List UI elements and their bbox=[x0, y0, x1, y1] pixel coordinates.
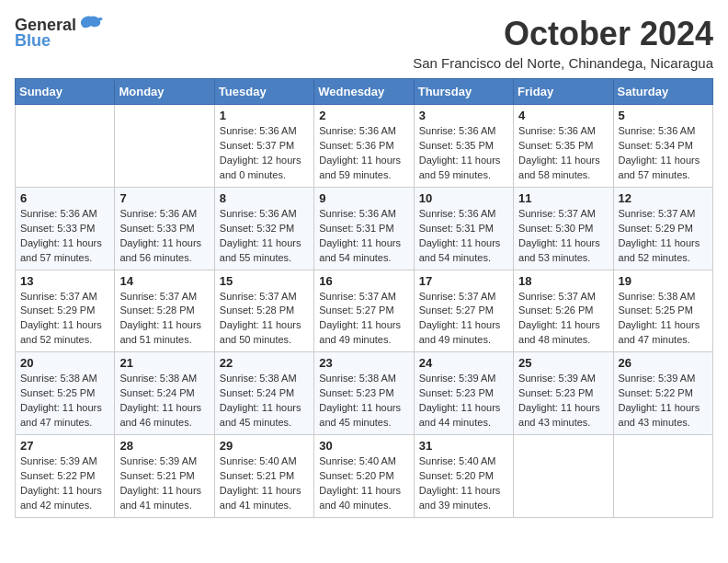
day-number: 26 bbox=[619, 356, 708, 370]
calendar-cell: 13Sunrise: 5:37 AM Sunset: 5:29 PM Dayli… bbox=[16, 270, 115, 352]
day-header-sunday: Sunday bbox=[16, 79, 115, 105]
calendar-week-5: 27Sunrise: 5:39 AM Sunset: 5:22 PM Dayli… bbox=[16, 435, 713, 518]
calendar-cell: 20Sunrise: 5:38 AM Sunset: 5:25 PM Dayli… bbox=[16, 352, 115, 435]
day-number: 22 bbox=[220, 356, 309, 370]
day-number: 6 bbox=[20, 191, 109, 205]
logo-blue-text: Blue bbox=[15, 31, 51, 51]
day-info: Sunrise: 5:36 AM Sunset: 5:33 PM Dayligh… bbox=[119, 207, 209, 266]
day-number: 10 bbox=[419, 191, 508, 205]
day-number: 4 bbox=[518, 109, 608, 122]
calendar-cell: 6Sunrise: 5:36 AM Sunset: 5:33 PM Daylig… bbox=[16, 187, 115, 270]
day-info: Sunrise: 5:36 AM Sunset: 5:32 PM Dayligh… bbox=[220, 207, 309, 266]
day-info: Sunrise: 5:38 AM Sunset: 5:24 PM Dayligh… bbox=[220, 372, 309, 431]
day-info: Sunrise: 5:38 AM Sunset: 5:23 PM Dayligh… bbox=[319, 372, 408, 431]
calendar-cell: 23Sunrise: 5:38 AM Sunset: 5:23 PM Dayli… bbox=[314, 352, 414, 435]
calendar-cell: 14Sunrise: 5:37 AM Sunset: 5:28 PM Dayli… bbox=[115, 270, 214, 352]
day-header-friday: Friday bbox=[514, 79, 613, 105]
calendar-cell: 16Sunrise: 5:37 AM Sunset: 5:27 PM Dayli… bbox=[314, 270, 414, 352]
calendar-week-2: 6Sunrise: 5:36 AM Sunset: 5:33 PM Daylig… bbox=[16, 187, 713, 270]
calendar-cell: 22Sunrise: 5:38 AM Sunset: 5:24 PM Dayli… bbox=[214, 352, 313, 435]
day-number: 29 bbox=[220, 439, 309, 453]
day-number: 19 bbox=[619, 274, 708, 288]
day-number: 7 bbox=[119, 191, 209, 205]
day-info: Sunrise: 5:40 AM Sunset: 5:20 PM Dayligh… bbox=[419, 454, 508, 513]
day-info: Sunrise: 5:36 AM Sunset: 5:35 PM Dayligh… bbox=[419, 124, 508, 183]
calendar-cell: 11Sunrise: 5:37 AM Sunset: 5:30 PM Dayli… bbox=[514, 187, 613, 270]
day-number: 18 bbox=[518, 274, 608, 288]
calendar-table: SundayMondayTuesdayWednesdayThursdayFrid… bbox=[15, 78, 713, 518]
day-number: 13 bbox=[20, 274, 109, 288]
calendar-week-3: 13Sunrise: 5:37 AM Sunset: 5:29 PM Dayli… bbox=[16, 270, 713, 352]
calendar-cell bbox=[613, 435, 712, 518]
calendar-cell: 27Sunrise: 5:39 AM Sunset: 5:22 PM Dayli… bbox=[16, 435, 115, 518]
day-info: Sunrise: 5:36 AM Sunset: 5:35 PM Dayligh… bbox=[518, 124, 608, 183]
day-header-tuesday: Tuesday bbox=[214, 79, 313, 105]
day-info: Sunrise: 5:39 AM Sunset: 5:21 PM Dayligh… bbox=[119, 454, 209, 513]
month-title: October 2024 bbox=[413, 15, 713, 53]
day-number: 1 bbox=[220, 109, 309, 122]
day-info: Sunrise: 5:36 AM Sunset: 5:36 PM Dayligh… bbox=[319, 124, 408, 183]
day-info: Sunrise: 5:39 AM Sunset: 5:22 PM Dayligh… bbox=[20, 454, 109, 513]
day-number: 16 bbox=[319, 274, 408, 288]
day-number: 5 bbox=[619, 109, 708, 122]
logo: General Blue bbox=[15, 15, 104, 51]
calendar-cell: 29Sunrise: 5:40 AM Sunset: 5:21 PM Dayli… bbox=[214, 435, 313, 518]
calendar-cell: 10Sunrise: 5:36 AM Sunset: 5:31 PM Dayli… bbox=[414, 187, 513, 270]
calendar-cell: 17Sunrise: 5:37 AM Sunset: 5:27 PM Dayli… bbox=[414, 270, 513, 352]
day-info: Sunrise: 5:38 AM Sunset: 5:24 PM Dayligh… bbox=[119, 372, 209, 431]
day-number: 28 bbox=[119, 439, 209, 453]
calendar-cell: 28Sunrise: 5:39 AM Sunset: 5:21 PM Dayli… bbox=[115, 435, 214, 518]
day-number: 14 bbox=[119, 274, 209, 288]
calendar-cell: 7Sunrise: 5:36 AM Sunset: 5:33 PM Daylig… bbox=[115, 187, 214, 270]
calendar-cell: 3Sunrise: 5:36 AM Sunset: 5:35 PM Daylig… bbox=[414, 105, 513, 188]
day-header-saturday: Saturday bbox=[613, 79, 712, 105]
day-info: Sunrise: 5:37 AM Sunset: 5:28 PM Dayligh… bbox=[220, 290, 309, 349]
calendar-cell bbox=[16, 105, 115, 188]
location-subtitle: San Francisco del Norte, Chinandega, Nic… bbox=[413, 55, 713, 71]
title-section: October 2024 San Francisco del Norte, Ch… bbox=[413, 15, 713, 71]
calendar-week-1: 1Sunrise: 5:36 AM Sunset: 5:37 PM Daylig… bbox=[16, 105, 713, 188]
calendar-cell: 25Sunrise: 5:39 AM Sunset: 5:23 PM Dayli… bbox=[514, 352, 613, 435]
day-number: 31 bbox=[419, 439, 508, 453]
day-number: 20 bbox=[20, 356, 109, 370]
day-header-wednesday: Wednesday bbox=[314, 79, 414, 105]
calendar-cell bbox=[115, 105, 214, 188]
calendar-cell: 31Sunrise: 5:40 AM Sunset: 5:20 PM Dayli… bbox=[414, 435, 513, 518]
calendar-cell: 18Sunrise: 5:37 AM Sunset: 5:26 PM Dayli… bbox=[514, 270, 613, 352]
day-info: Sunrise: 5:37 AM Sunset: 5:27 PM Dayligh… bbox=[319, 290, 408, 349]
calendar-cell: 26Sunrise: 5:39 AM Sunset: 5:22 PM Dayli… bbox=[613, 352, 712, 435]
day-number: 25 bbox=[518, 356, 608, 370]
day-info: Sunrise: 5:40 AM Sunset: 5:20 PM Dayligh… bbox=[319, 454, 408, 513]
calendar-cell: 9Sunrise: 5:36 AM Sunset: 5:31 PM Daylig… bbox=[314, 187, 414, 270]
calendar-cell: 5Sunrise: 5:36 AM Sunset: 5:34 PM Daylig… bbox=[613, 105, 712, 188]
day-info: Sunrise: 5:38 AM Sunset: 5:25 PM Dayligh… bbox=[20, 372, 109, 431]
day-header-thursday: Thursday bbox=[414, 79, 513, 105]
day-info: Sunrise: 5:39 AM Sunset: 5:23 PM Dayligh… bbox=[419, 372, 508, 431]
calendar-cell: 15Sunrise: 5:37 AM Sunset: 5:28 PM Dayli… bbox=[214, 270, 313, 352]
day-info: Sunrise: 5:36 AM Sunset: 5:31 PM Dayligh… bbox=[319, 207, 408, 266]
logo-bird-icon bbox=[78, 15, 104, 35]
calendar-cell: 19Sunrise: 5:38 AM Sunset: 5:25 PM Dayli… bbox=[613, 270, 712, 352]
day-number: 30 bbox=[319, 439, 408, 453]
day-number: 11 bbox=[518, 191, 608, 205]
day-info: Sunrise: 5:37 AM Sunset: 5:29 PM Dayligh… bbox=[20, 290, 109, 349]
day-info: Sunrise: 5:36 AM Sunset: 5:37 PM Dayligh… bbox=[220, 124, 309, 183]
day-info: Sunrise: 5:36 AM Sunset: 5:34 PM Dayligh… bbox=[619, 124, 708, 183]
calendar-cell: 1Sunrise: 5:36 AM Sunset: 5:37 PM Daylig… bbox=[214, 105, 313, 188]
day-info: Sunrise: 5:40 AM Sunset: 5:21 PM Dayligh… bbox=[220, 454, 309, 513]
day-info: Sunrise: 5:37 AM Sunset: 5:30 PM Dayligh… bbox=[518, 207, 608, 266]
day-number: 23 bbox=[319, 356, 408, 370]
day-number: 24 bbox=[419, 356, 508, 370]
day-info: Sunrise: 5:37 AM Sunset: 5:28 PM Dayligh… bbox=[119, 290, 209, 349]
calendar-cell: 2Sunrise: 5:36 AM Sunset: 5:36 PM Daylig… bbox=[314, 105, 414, 188]
day-number: 12 bbox=[619, 191, 708, 205]
day-number: 9 bbox=[319, 191, 408, 205]
day-number: 15 bbox=[220, 274, 309, 288]
day-number: 8 bbox=[220, 191, 309, 205]
day-info: Sunrise: 5:37 AM Sunset: 5:26 PM Dayligh… bbox=[518, 290, 608, 349]
calendar-header-row: SundayMondayTuesdayWednesdayThursdayFrid… bbox=[16, 79, 713, 105]
calendar-week-4: 20Sunrise: 5:38 AM Sunset: 5:25 PM Dayli… bbox=[16, 352, 713, 435]
calendar-cell bbox=[514, 435, 613, 518]
day-info: Sunrise: 5:37 AM Sunset: 5:27 PM Dayligh… bbox=[419, 290, 508, 349]
calendar-cell: 4Sunrise: 5:36 AM Sunset: 5:35 PM Daylig… bbox=[514, 105, 613, 188]
